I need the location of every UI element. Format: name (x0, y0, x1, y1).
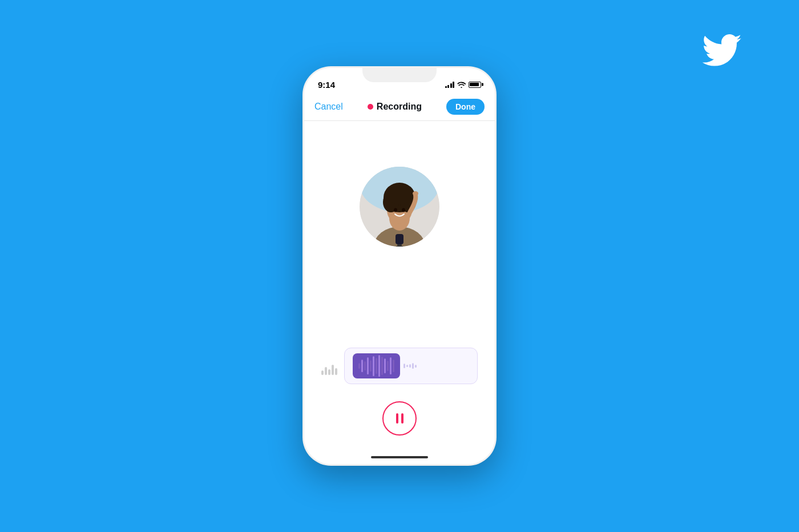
signal-bars-icon (445, 81, 455, 88)
status-time: 9:14 (318, 80, 335, 90)
signal-bar-1 (445, 86, 447, 88)
battery-icon (469, 82, 481, 88)
recording-dot-icon (368, 104, 373, 110)
cancel-button[interactable]: Cancel (314, 102, 343, 112)
home-indicator (371, 456, 428, 458)
signal-bar-2 (447, 85, 449, 88)
pause-bar-right (401, 413, 403, 424)
pause-bar-left (396, 413, 398, 424)
waveform-section (304, 348, 495, 384)
svg-rect-12 (396, 234, 403, 244)
signal-bar-3 (450, 83, 452, 88)
svg-rect-13 (397, 244, 402, 246)
svg-point-11 (413, 191, 418, 196)
twitter-logo (702, 34, 742, 67)
content-area (304, 121, 495, 464)
status-icons (445, 81, 482, 88)
recording-indicator: Recording (368, 102, 422, 112)
waveform-box (344, 348, 478, 384)
waveform-active (353, 353, 400, 378)
user-avatar (360, 167, 439, 247)
nav-bar: Cancel Recording Done (304, 93, 495, 121)
signal-bar-4 (453, 82, 454, 88)
phone-notch (362, 66, 437, 82)
pause-button[interactable] (382, 401, 417, 436)
svg-point-10 (402, 208, 405, 212)
battery-fill (470, 83, 479, 86)
wifi-icon (457, 81, 466, 88)
pause-button-container (382, 401, 417, 436)
phone-mockup: 9:14 Cancel (302, 66, 497, 466)
recording-label: Recording (377, 102, 422, 112)
pause-icon (396, 413, 403, 424)
svg-point-9 (394, 208, 397, 212)
waveform-left-icon (321, 357, 340, 375)
svg-rect-14 (396, 246, 403, 247)
avatar-illustration (360, 167, 439, 247)
svg-point-8 (387, 184, 412, 204)
done-button[interactable]: Done (446, 99, 485, 115)
